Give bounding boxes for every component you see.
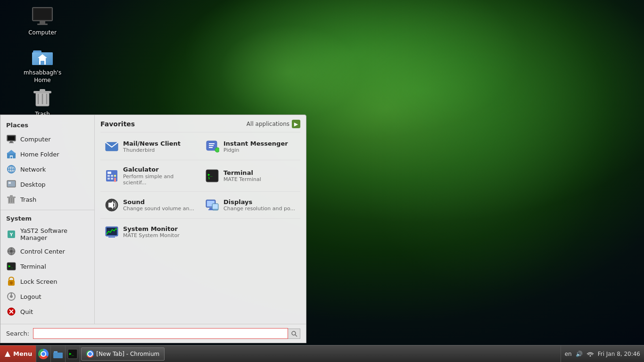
svg-text:▶_: ▶_ <box>69 352 74 356</box>
menu-home-label: Home Folder <box>20 151 59 158</box>
search-input[interactable] <box>33 328 288 339</box>
svg-line-85 <box>295 335 297 337</box>
menu-item-lock-screen[interactable]: Lock Screen <box>0 274 94 289</box>
chromium-icon <box>38 349 49 359</box>
pidgin-app-desc: Pidgin <box>223 147 288 153</box>
svg-point-84 <box>292 331 296 335</box>
svg-point-51 <box>10 295 13 298</box>
start-button[interactable]: Menu <box>0 346 36 362</box>
fav-displays[interactable]: Displays Change resolution and po... <box>201 195 300 215</box>
sysmon-app-name: System Monitor <box>123 225 180 233</box>
menu-left-panel: Places Computer <box>0 115 95 324</box>
svg-rect-68 <box>111 178 113 180</box>
places-section-title: Places <box>0 120 94 132</box>
menu-control-label: Control Center <box>20 248 65 255</box>
menu-logout-label: Logout <box>20 293 41 300</box>
menu-desktop-label: Desktop <box>20 181 46 188</box>
svg-rect-42 <box>11 253 12 255</box>
svg-text:Y: Y <box>9 232 13 237</box>
search-button[interactable] <box>288 329 300 339</box>
menu-quit-label: Quit <box>20 308 33 315</box>
menu-item-quit[interactable]: Quit <box>0 304 94 319</box>
tray-datetime[interactable]: Fri Jan 8, 20:46 <box>598 351 640 357</box>
displays-app-desc: Change resolution and po... <box>223 206 295 212</box>
svg-rect-64 <box>107 175 110 177</box>
desktop-icon-home[interactable]: mhsabbagh's Home <box>24 45 61 84</box>
taskbar-browser-icon[interactable] <box>36 346 51 362</box>
fav-mail[interactable]: Mail/News Client Thunderbird <box>100 136 200 157</box>
svg-rect-2 <box>40 21 45 24</box>
tray-lang[interactable]: en <box>565 351 572 357</box>
menu-item-yast[interactable]: Y YaST2 Software Manager <box>0 225 94 244</box>
menu-item-computer[interactable]: Computer <box>0 132 94 147</box>
svg-rect-41 <box>11 247 12 249</box>
menu-item-desktop[interactable]: Desktop <box>0 177 94 192</box>
svg-rect-19 <box>9 142 14 143</box>
desktop-icon-trash[interactable]: Trash <box>24 86 61 118</box>
svg-text:▶_: ▶_ <box>8 264 13 268</box>
menu-item-control[interactable]: Control Center <box>0 244 94 259</box>
start-menu: Places Computer <box>0 115 306 343</box>
taskbar-files-icon[interactable] <box>51 346 66 362</box>
menu-right-panel: Favorites All applications ▶ <box>95 115 306 324</box>
menu-lock-label: Lock Screen <box>20 278 57 285</box>
menu-network-label: Network <box>20 166 46 173</box>
terminal-app-desc: MATE Terminal <box>223 176 261 182</box>
svg-rect-18 <box>10 141 13 142</box>
menu-item-logout[interactable]: Logout <box>0 289 94 304</box>
menu-item-trash[interactable]: Trash <box>0 192 94 207</box>
tray-network-icon[interactable] <box>586 349 594 358</box>
svg-rect-79 <box>209 208 212 209</box>
quit-menu-icon <box>6 306 17 317</box>
displays-app-icon <box>205 197 220 213</box>
mail-app-icon <box>104 139 119 154</box>
all-applications-label: All applications <box>247 121 289 127</box>
svg-rect-9 <box>41 61 44 65</box>
svg-rect-66 <box>114 175 116 177</box>
menu-item-terminal[interactable]: ▶_ Terminal <box>0 259 94 274</box>
all-applications-arrow: ▶ <box>292 120 300 128</box>
control-menu-icon <box>6 246 17 256</box>
terminal-app-icon: ▶_ $ <box>205 168 220 183</box>
svg-rect-65 <box>111 175 113 177</box>
fav-sysmon[interactable]: System Monitor MATE System Monitor <box>100 222 200 242</box>
svg-rect-83 <box>108 237 115 238</box>
all-applications-link[interactable]: All applications ▶ <box>247 120 300 128</box>
window-chromium-icon <box>86 350 94 358</box>
galculator-app-desc: Perform simple and scientif... <box>123 173 196 186</box>
desktop: Computer mhsabbagh's Home <box>0 0 644 362</box>
computer-icon-label: Computer <box>28 29 57 37</box>
fav-pidgin[interactable]: Instant Messenger Pidgin <box>201 136 300 157</box>
computer-menu-icon <box>6 134 17 144</box>
svg-point-58 <box>215 148 219 152</box>
start-label: Menu <box>13 350 32 357</box>
svg-rect-67 <box>107 178 110 180</box>
svg-point-91 <box>589 355 591 357</box>
sound-app-desc: Change sound volume an... <box>123 206 194 212</box>
svg-marker-86 <box>5 351 10 357</box>
menu-item-network[interactable]: Network <box>0 162 94 177</box>
sound-app-name: Sound <box>123 198 194 206</box>
fav-galculator[interactable]: Galculator Perform simple and scientif..… <box>100 163 200 189</box>
svg-rect-3 <box>37 24 48 25</box>
fav-sound[interactable]: Sound Change sound volume an... <box>100 195 200 215</box>
menu-yast-label: YaST2 Software Manager <box>20 227 89 241</box>
menu-trash-label: Trash <box>20 196 36 203</box>
desktop-icon-computer[interactable]: Computer <box>24 5 61 37</box>
window-chromium-label: [New Tab] - Chromium <box>96 351 159 357</box>
svg-rect-63 <box>107 172 111 174</box>
taskbar-window-chromium[interactable]: [New Tab] - Chromium <box>81 347 165 361</box>
fav-terminal[interactable]: ▶_ $ Terminal MATE Terminal <box>201 163 300 189</box>
taskbar: Menu ▶_ [New Tab] - Chromium en <box>0 345 644 362</box>
tray-volume-icon[interactable]: 🔊 <box>576 351 583 357</box>
menu-item-home[interactable]: Home Folder <box>0 147 94 162</box>
trash-menu-icon <box>6 194 17 205</box>
svg-rect-17 <box>8 136 15 140</box>
svg-rect-80 <box>208 209 213 210</box>
pidgin-app-icon <box>205 139 220 154</box>
taskbar-terminal-icon[interactable]: ▶_ <box>66 346 80 362</box>
desktop-menu-icon <box>6 179 17 189</box>
yast-menu-icon: Y <box>6 229 17 239</box>
svg-rect-44 <box>13 251 15 252</box>
pidgin-app-name: Instant Messenger <box>223 140 288 148</box>
